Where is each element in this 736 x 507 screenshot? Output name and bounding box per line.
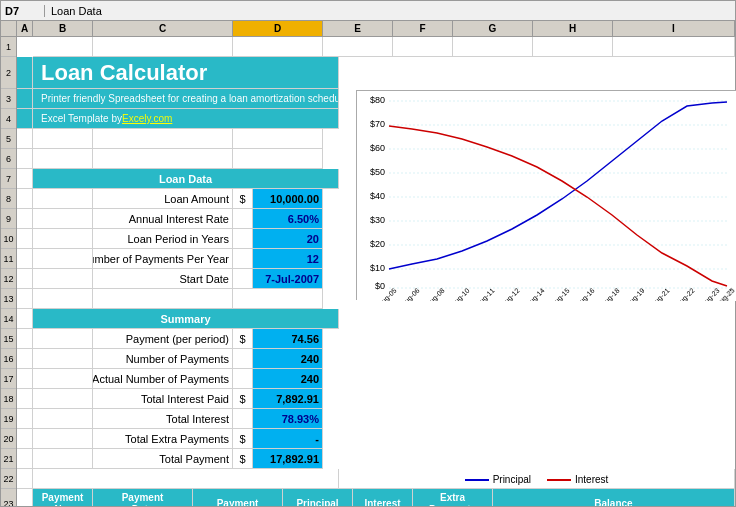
y-label-30: $30 (370, 215, 385, 225)
value-payment-period[interactable]: 74.56 (253, 329, 323, 349)
th-extra-line1: Extra (440, 492, 465, 504)
cell-d6 (233, 149, 323, 169)
dollar-extra-payments: $ (233, 429, 253, 449)
th-payment-date: Payment Date (93, 489, 193, 506)
rn-3: 3 (1, 89, 16, 109)
col-header-g[interactable]: G (453, 21, 533, 37)
col-header-a[interactable]: A (17, 21, 33, 37)
cell-a3 (17, 89, 33, 109)
dollar-total-interest-paid: $ (233, 389, 253, 409)
row-18: Total Interest Paid $ 7,892.91 (17, 389, 735, 409)
rn-20: 20 (1, 429, 16, 449)
value-num-payments[interactable]: 12 (253, 249, 323, 269)
label-total-payment: Total Payment (93, 449, 233, 469)
value-extra-payments[interactable]: - (253, 429, 323, 449)
cell-a4 (17, 109, 33, 129)
cell-b5 (33, 129, 93, 149)
rn-2: 2 (1, 57, 16, 89)
value-interest-rate[interactable]: 6.50% (253, 209, 323, 229)
row-15: Payment (per period) $ 74.56 (17, 329, 735, 349)
dollar-num-payments (233, 249, 253, 269)
chart-legend: Principal Interest (465, 474, 609, 485)
rn-1: 1 (1, 37, 16, 57)
cell-b20 (33, 429, 93, 449)
cell-a21 (17, 449, 33, 469)
column-headers: A B C D E F G H I (1, 21, 735, 37)
rn-16: 16 (1, 349, 16, 369)
chart-container: $80 $70 $60 $50 $40 $30 $20 $10 $0 Aug-0… (356, 90, 736, 300)
loan-data-header: Loan Data (33, 169, 339, 189)
label-num-payments: Number of Payments Per Year (93, 249, 233, 269)
label-interest-rate: Annual Interest Rate (93, 209, 233, 229)
value-start-date[interactable]: 7-Jul-2007 (253, 269, 323, 289)
chart-placeholder-top (339, 57, 735, 89)
value-total-interest-pct[interactable]: 78.93% (253, 409, 323, 429)
col-header-c[interactable]: C (93, 21, 233, 37)
cell-a5 (17, 129, 33, 149)
summary-header: Summary (33, 309, 339, 329)
legend-interest-label: Interest (575, 474, 608, 485)
value-loan-period[interactable]: 20 (253, 229, 323, 249)
cell-c5 (93, 129, 233, 149)
row-21: Total Payment $ 17,892.91 (17, 449, 735, 469)
cell-f1 (393, 37, 453, 57)
value-total-payment[interactable]: 17,892.91 (253, 449, 323, 469)
dollar-loan-amount: $ (233, 189, 253, 209)
value-loan-amount[interactable]: 10,000.00 (253, 189, 323, 209)
cell-b12 (33, 269, 93, 289)
chart-spacer-15 (323, 329, 735, 349)
value-actual-pay[interactable]: 240 (253, 369, 323, 389)
cell-a15 (17, 329, 33, 349)
rn-9: 9 (1, 209, 16, 229)
row-numbers: 1 2 3 4 5 6 7 8 9 10 11 12 13 14 15 16 1… (1, 37, 17, 506)
rn-6: 6 (1, 149, 16, 169)
cell-a2 (17, 57, 33, 89)
rn-15: 15 (1, 329, 16, 349)
cell-b6 (33, 149, 93, 169)
cell-a9 (17, 209, 33, 229)
row-2: Loan Calculator (17, 57, 735, 89)
cell-b13 (33, 289, 93, 309)
cell-b15 (33, 329, 93, 349)
label-actual-pay: Actual Number of Payments (93, 369, 233, 389)
label-loan-period: Loan Period in Years (93, 229, 233, 249)
value-num-pay-summary[interactable]: 240 (253, 349, 323, 369)
col-header-f[interactable]: F (393, 21, 453, 37)
corner-cell (1, 21, 17, 37)
value-total-interest-paid[interactable]: 7,892.91 (253, 389, 323, 409)
chart-legend-cell: Principal Interest (339, 469, 735, 489)
rn-13: 13 (1, 289, 16, 309)
chart-spacer-17 (323, 369, 735, 389)
label-payment-period: Payment (per period) (93, 329, 233, 349)
excely-link[interactable]: Excely.com (122, 113, 172, 124)
cell-b9 (33, 209, 93, 229)
cell-b18 (33, 389, 93, 409)
col-header-h[interactable]: H (533, 21, 613, 37)
rn-8: 8 (1, 189, 16, 209)
chart-spacer-21 (323, 449, 735, 469)
rn-10: 10 (1, 229, 16, 249)
label-total-interest-pct: Total Interest (93, 409, 233, 429)
cell-d5 (233, 129, 323, 149)
chart-spacer-19 (323, 409, 735, 429)
col-header-d[interactable]: D (233, 21, 323, 37)
dollar-payment-period: $ (233, 329, 253, 349)
col-header-b[interactable]: B (33, 21, 93, 37)
y-label-50: $50 (370, 167, 385, 177)
dollar-loan-period (233, 229, 253, 249)
col-header-e[interactable]: E (323, 21, 393, 37)
col-header-i[interactable]: I (613, 21, 735, 37)
cell-a8 (17, 189, 33, 209)
th-extra-line2: Payments (429, 504, 476, 507)
cell-a22 (17, 469, 33, 489)
cell-a17 (17, 369, 33, 389)
dollar-num-pay-summary (233, 349, 253, 369)
th-extra-payments: Extra Payments (413, 489, 493, 506)
cell-a10 (17, 229, 33, 249)
dollar-total-interest-pct (233, 409, 253, 429)
th-payment-no: Payment No. (33, 489, 93, 506)
dollar-total-payment: $ (233, 449, 253, 469)
formula-content: Loan Data (51, 5, 102, 17)
th-interest: Interest (353, 489, 413, 506)
row-16: Number of Payments 240 (17, 349, 735, 369)
